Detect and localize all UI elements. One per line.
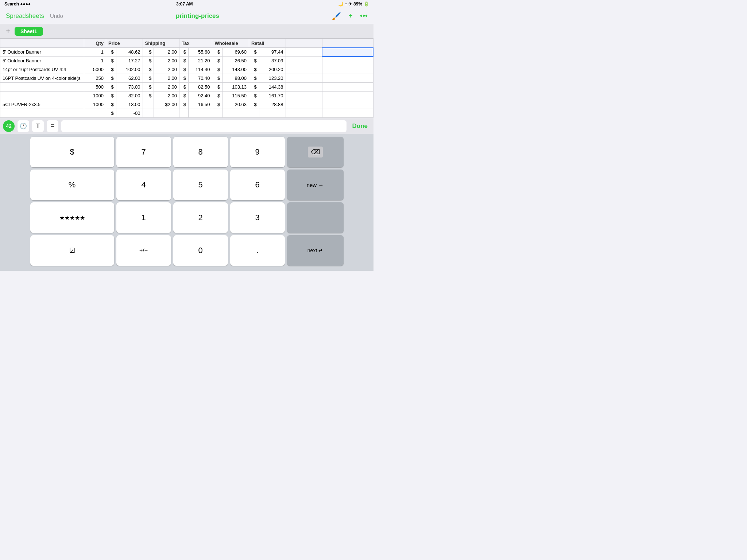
spreadsheet-cell[interactable]: 114.40 xyxy=(189,65,212,74)
spreadsheet-cell[interactable]: 2.00 xyxy=(154,65,179,74)
key-dollar[interactable]: $ xyxy=(30,137,114,167)
spreadsheet-cell[interactable]: $ xyxy=(143,65,154,74)
spreadsheet-cell[interactable] xyxy=(286,100,322,109)
spreadsheet-cell[interactable] xyxy=(286,57,322,65)
spreadsheet-cell[interactable] xyxy=(322,92,373,100)
spreadsheet-cell[interactable]: $ xyxy=(212,83,222,92)
paint-icon[interactable]: 🖌️ xyxy=(332,12,341,20)
table-row[interactable]: 1000$82.00$2.00$92.40$115.50$161.70 xyxy=(0,92,374,100)
spreadsheet-cell[interactable] xyxy=(0,109,84,118)
spreadsheet-cell[interactable] xyxy=(249,109,259,118)
spreadsheet-cell[interactable] xyxy=(154,109,179,118)
key-9[interactable]: 9 xyxy=(230,137,285,167)
spreadsheet-cell[interactable] xyxy=(0,92,84,100)
spreadsheet-cell[interactable]: 161.70 xyxy=(259,92,286,100)
clock-icon[interactable]: 🕐 xyxy=(18,120,29,132)
spreadsheet-cell[interactable]: -00 xyxy=(116,109,143,118)
spreadsheet-cell[interactable] xyxy=(322,83,373,92)
spreadsheet-cell[interactable]: $ xyxy=(106,48,116,57)
key-8[interactable]: 8 xyxy=(173,137,228,167)
spreadsheet-cell[interactable]: 2.00 xyxy=(154,92,179,100)
spreadsheet-cell[interactable]: 70.40 xyxy=(189,74,212,83)
spreadsheet-cell[interactable]: $ xyxy=(212,65,222,74)
spreadsheet-cell[interactable]: $ xyxy=(249,74,259,83)
undo-button[interactable]: Undo xyxy=(50,13,63,19)
key-6[interactable]: 6 xyxy=(230,170,285,200)
spreadsheet-cell[interactable] xyxy=(286,109,322,118)
spreadsheet-cell[interactable]: $ xyxy=(212,48,222,57)
spreadsheet-cell[interactable]: 26.50 xyxy=(222,57,249,65)
key-decimal[interactable]: . xyxy=(230,235,285,266)
spreadsheet-cell[interactable]: 500 xyxy=(84,83,106,92)
spreadsheet-cell[interactable] xyxy=(179,109,189,118)
spreadsheet-cell[interactable]: $ xyxy=(143,92,154,100)
spreadsheet-cell[interactable]: 5' Outdoor Banner xyxy=(0,48,84,57)
key-new[interactable]: new → xyxy=(287,170,344,200)
spreadsheet-cell[interactable]: 62.00 xyxy=(116,74,143,83)
table-row[interactable]: 500$73.00$2.00$82.50$103.13$144.38 xyxy=(0,83,374,92)
key-3[interactable]: 3 xyxy=(230,202,285,233)
key-checkbox[interactable]: ☑ xyxy=(30,235,114,266)
spreadsheet-cell[interactable]: 82.00 xyxy=(116,92,143,100)
spreadsheet-cell[interactable]: 20.63 xyxy=(222,100,249,109)
back-button[interactable]: Spreadsheets xyxy=(6,12,44,20)
spreadsheet-cell[interactable] xyxy=(322,74,373,83)
spreadsheet-cell[interactable]: $ xyxy=(106,109,116,118)
spreadsheet-cell[interactable]: 123.20 xyxy=(259,74,286,83)
header-retail[interactable]: Retail xyxy=(249,39,286,48)
spreadsheet-cell[interactable]: $ xyxy=(179,92,189,100)
header-price[interactable]: Price xyxy=(106,39,143,48)
spreadsheet-cell[interactable]: 17.27 xyxy=(116,57,143,65)
spreadsheet-cell[interactable]: 143.00 xyxy=(222,65,249,74)
spreadsheet-cell[interactable] xyxy=(286,92,322,100)
key-0[interactable]: 0 xyxy=(173,235,228,266)
spreadsheet-cell[interactable]: $ xyxy=(212,100,222,109)
spreadsheet-cell[interactable]: 1000 xyxy=(84,92,106,100)
spreadsheet-cell[interactable]: $ xyxy=(179,48,189,57)
spreadsheet-cell[interactable]: 2.00 xyxy=(154,57,179,65)
spreadsheet-cell[interactable] xyxy=(322,65,373,74)
spreadsheet-cell[interactable]: $ xyxy=(143,74,154,83)
formula-input[interactable] xyxy=(61,120,347,132)
spreadsheet-cell[interactable]: $ xyxy=(249,83,259,92)
spreadsheet-cell[interactable]: $ xyxy=(106,57,116,65)
spreadsheet-cell[interactable]: $ xyxy=(249,57,259,65)
spreadsheet-cell[interactable]: 88.00 xyxy=(222,74,249,83)
spreadsheet-cell[interactable] xyxy=(212,109,222,118)
spreadsheet-cell[interactable]: 5000 xyxy=(84,65,106,74)
spreadsheet-cell[interactable]: 1 xyxy=(84,57,106,65)
spreadsheet-cell[interactable]: $ xyxy=(179,65,189,74)
table-row[interactable]: 5' Outdoor Banner1$17.27$2.00$21.20$26.5… xyxy=(0,57,374,65)
spreadsheet-cell[interactable]: 144.38 xyxy=(259,83,286,92)
spreadsheet-cell[interactable]: 2.00 xyxy=(154,48,179,57)
spreadsheet-cell[interactable]: 69.60 xyxy=(222,48,249,57)
spreadsheet-cell[interactable] xyxy=(0,83,84,92)
spreadsheet-cell[interactable] xyxy=(322,48,373,57)
spreadsheet-cell[interactable]: 82.50 xyxy=(189,83,212,92)
spreadsheet-cell[interactable]: 97.44 xyxy=(259,48,286,57)
spreadsheet-cell[interactable]: 2.00 xyxy=(154,83,179,92)
spreadsheet-cell[interactable]: 14pt or 16pt Postcards UV 4:4 xyxy=(0,65,84,74)
header-wholesale[interactable]: Wholesale xyxy=(212,39,249,48)
key-2[interactable]: 2 xyxy=(173,202,228,233)
spreadsheet-cell[interactable]: $ xyxy=(179,83,189,92)
key-4[interactable]: 4 xyxy=(116,170,171,200)
key-5[interactable]: 5 xyxy=(173,170,228,200)
spreadsheet-cell[interactable]: 48.62 xyxy=(116,48,143,57)
header-shipping[interactable]: Shipping xyxy=(143,39,179,48)
spreadsheet-cell[interactable]: $ xyxy=(106,65,116,74)
spreadsheet-cell[interactable]: 103.13 xyxy=(222,83,249,92)
key-7[interactable]: 7 xyxy=(116,137,171,167)
spreadsheet-cell[interactable]: $ xyxy=(106,83,116,92)
key-next[interactable]: next ↵ xyxy=(287,235,344,266)
key-stars[interactable]: ★★★★★ xyxy=(30,202,114,233)
spreadsheet-cell[interactable]: 5CLPUVFR-2x3.5 xyxy=(0,100,84,109)
spreadsheet-cell[interactable]: $ xyxy=(212,92,222,100)
spreadsheet-cell[interactable] xyxy=(322,57,373,65)
spreadsheet-cell[interactable]: 5' Outdoor Banner xyxy=(0,57,84,65)
key-percent[interactable]: % xyxy=(30,170,114,200)
spreadsheet-cell[interactable] xyxy=(143,109,154,118)
spreadsheet-cell[interactable]: 1 xyxy=(84,48,106,57)
spreadsheet-cell[interactable]: $ xyxy=(249,100,259,109)
more-menu-icon[interactable]: ••• xyxy=(360,12,368,20)
